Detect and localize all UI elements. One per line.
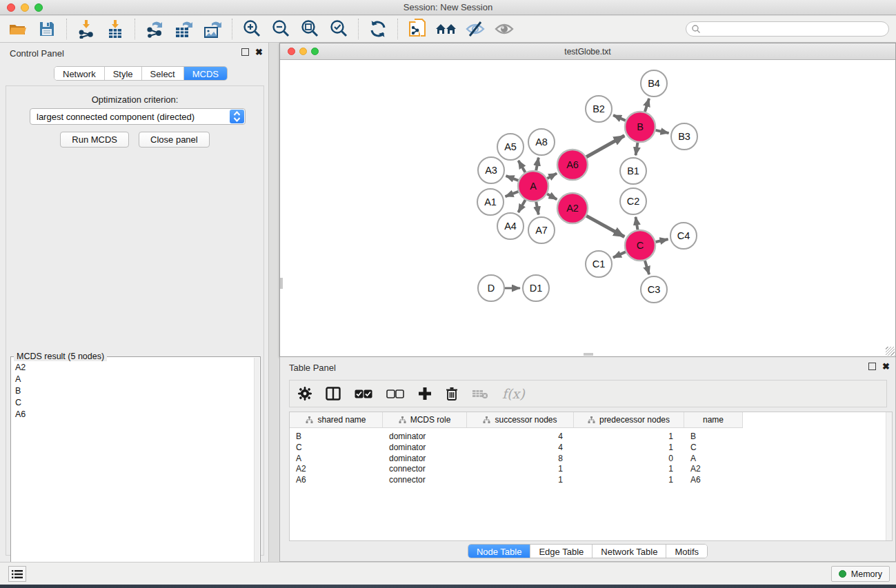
edge-A2-C[interactable] [586,216,624,236]
edge-C-C1[interactable] [613,252,626,257]
export-network-button[interactable] [142,18,167,40]
network-canvas[interactable]: B4B2BB3A8A5A6A3B1AC2A1A2A4A7C4CC1C3DD1 [280,61,895,353]
mcds-result-item[interactable]: A2 [11,361,254,373]
node-A4[interactable]: A4 [497,213,524,239]
result-scrollbar[interactable] [254,358,259,588]
unselect-all-columns-button[interactable] [386,383,404,404]
node-B2[interactable]: B2 [586,96,612,122]
float-panel-icon[interactable] [241,48,249,56]
zoom-in-button[interactable] [239,18,264,40]
node-B3[interactable]: B3 [671,123,697,150]
table-tab-network-table[interactable]: Network Table [593,545,666,558]
edge-A6-B[interactable] [586,136,624,157]
node-A6[interactable]: A6 [557,150,588,180]
column-header-successor-nodes[interactable]: successor nodes [467,412,574,427]
table-row[interactable]: Bdominator41B [290,431,743,442]
search-input[interactable] [686,21,889,37]
node-D1[interactable]: D1 [523,275,549,301]
node-B4[interactable]: B4 [641,70,667,97]
tab-network[interactable]: Network [54,67,105,80]
mcds-result-item[interactable]: C [11,396,254,408]
export-image-button[interactable] [200,18,225,40]
create-column-button[interactable] [418,383,432,404]
table-row[interactable]: Cdominator41C [290,442,743,453]
mcds-result-item[interactable]: A [11,373,254,385]
table-settings-button[interactable] [298,383,312,404]
node-C2[interactable]: C2 [620,188,646,214]
show-column-panel-button[interactable] [326,383,341,404]
table-row[interactable]: A6connector11A6 [290,474,743,485]
node-A5[interactable]: A5 [497,134,524,160]
node-A3[interactable]: A3 [478,157,504,183]
table-scrollbar[interactable] [886,412,892,540]
zoom-fit-button[interactable] [297,18,322,40]
node-B1[interactable]: B1 [620,158,646,184]
new-network-from-selection-button[interactable] [405,18,430,40]
table-tab-node-table[interactable]: Node Table [468,545,531,558]
task-history-button[interactable] [8,566,26,582]
column-header-name[interactable]: name [684,412,743,427]
edge-C-C3[interactable] [645,261,649,274]
table-tab-edge-table[interactable]: Edge Table [530,545,593,558]
edge-A-A4[interactable] [518,200,525,212]
table-close-panel-icon[interactable]: ✖ [882,363,890,370]
edge-A-A7[interactable] [536,202,539,215]
table-tab-motifs[interactable]: Motifs [666,545,707,558]
column-header-shared-name[interactable]: shared name [290,412,383,427]
import-network-button[interactable] [74,18,99,40]
node-C4[interactable]: C4 [670,223,697,249]
node-A1[interactable]: A1 [477,189,504,215]
delete-columns-button[interactable] [446,383,458,404]
node-C[interactable]: C [625,230,655,261]
tab-style[interactable]: Style [105,67,142,80]
edge-B-B2[interactable] [613,115,626,121]
table-row[interactable]: Adominator80A [290,453,743,464]
node-A2[interactable]: A2 [557,193,588,223]
tab-select[interactable]: Select [142,67,184,80]
node-A8[interactable]: A8 [528,129,555,155]
edge-B-B1[interactable] [636,143,638,156]
network-window-title-bar[interactable]: testGlobe.txt [280,43,895,60]
node-A[interactable]: A [518,171,548,201]
close-panel-button[interactable]: Close panel [139,132,210,148]
node-D[interactable]: D [478,275,504,301]
node-A7[interactable]: A7 [528,217,555,243]
edge-B-B3[interactable] [655,130,668,133]
apply-layout-button[interactable] [366,18,390,40]
edge-A-A6[interactable] [547,173,557,179]
export-table-button[interactable] [171,18,196,40]
edge-A-A2[interactable] [547,194,557,199]
column-header-MCDS-role[interactable]: MCDS role [383,412,467,427]
edge-C-C4[interactable] [655,239,668,242]
edge-B-B4[interactable] [645,99,649,112]
edge-A-A1[interactable] [506,192,519,196]
column-header-predecessor-nodes[interactable]: predecessor nodes [574,412,684,427]
first-neighbors-button[interactable] [434,18,459,40]
show-all-button[interactable] [492,18,517,40]
node-B[interactable]: B [625,112,655,142]
table-row[interactable]: A2connector11A2 [290,463,743,474]
resize-grip-icon[interactable] [886,347,895,356]
edge-A-A3[interactable] [506,176,519,181]
hide-selected-button[interactable] [463,18,488,40]
mcds-result-item[interactable]: A6 [11,408,254,420]
save-session-button[interactable] [34,18,59,40]
mcds-result-item[interactable]: B [11,385,254,396]
edge-A-A5[interactable] [519,161,526,172]
table-float-panel-icon[interactable] [868,363,876,370]
tab-mcds[interactable]: MCDS [184,67,227,80]
zoom-out-button[interactable] [268,18,293,40]
node-C1[interactable]: C1 [586,251,612,277]
select-all-columns-button[interactable] [355,383,372,404]
edge-A-A8[interactable] [536,158,539,171]
import-table-button[interactable] [103,18,128,40]
optimization-criterion-select[interactable]: largest connected component (directed) [30,108,246,125]
node-C3[interactable]: C3 [641,276,667,303]
run-mcds-button[interactable]: Run MCDS [60,132,129,148]
edge-C-C2[interactable] [636,217,638,230]
network-vertical-scrollbar[interactable] [280,278,283,289]
close-panel-icon[interactable]: ✖ [255,48,263,56]
memory-button[interactable]: Memory [831,566,890,582]
network-horizontal-scrollbar[interactable] [584,353,593,356]
zoom-selected-button[interactable] [326,18,351,40]
